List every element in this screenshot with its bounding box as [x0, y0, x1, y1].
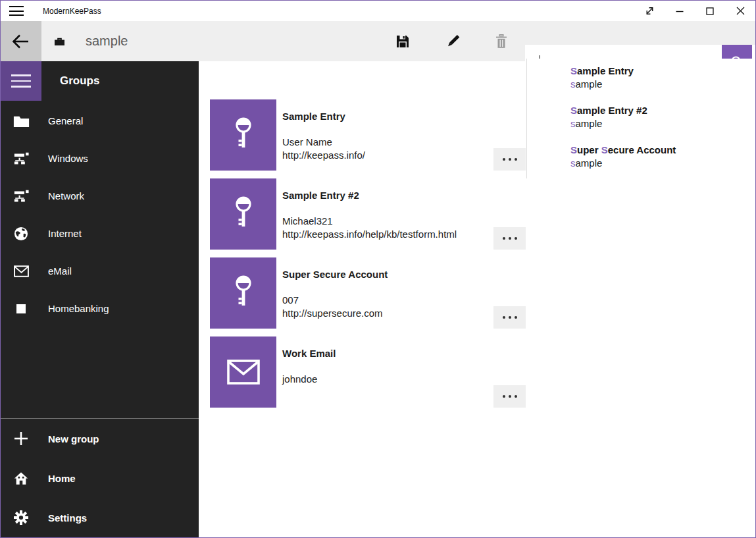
sidebar-item-general[interactable]: General	[1, 102, 199, 140]
network-icon	[13, 152, 30, 165]
edit-pencil-icon	[445, 34, 460, 49]
entry-more-button[interactable]	[493, 148, 526, 171]
key-icon	[229, 275, 258, 311]
trash-icon	[494, 34, 509, 49]
entry-username: 007	[282, 294, 388, 307]
delete-button[interactable]	[486, 21, 517, 61]
group-list: General Windows Network Internet	[1, 102, 199, 327]
sidebar-footer: New group Home Settings	[1, 418, 199, 537]
close-button[interactable]	[725, 1, 755, 21]
suggestion-title: Super Secure Account	[570, 144, 756, 157]
app-title: ModernKeePass	[43, 7, 101, 16]
minimize-button[interactable]	[665, 1, 695, 21]
entry-row: Sample Entry #2 Michael321 http://keepas…	[210, 178, 526, 250]
entry-more-button[interactable]	[493, 385, 526, 408]
database-icon	[54, 21, 65, 61]
entry-text: Sample Entry #2 Michael321 http://keepas…	[282, 178, 457, 241]
back-button[interactable]	[1, 21, 41, 61]
sidebar: Groups General Windows Network	[1, 61, 199, 537]
minimize-icon	[676, 7, 684, 15]
network-icon	[13, 190, 30, 203]
sidebar-item-network[interactable]: Network	[1, 177, 199, 215]
entry-url: http://supersecure.com	[282, 307, 388, 320]
maximize-button[interactable]	[695, 1, 725, 21]
entry-tile[interactable]	[210, 257, 276, 329]
home-icon	[13, 471, 30, 485]
gear-icon	[13, 510, 30, 525]
plus-icon	[13, 431, 30, 446]
entry-tile[interactable]	[210, 178, 276, 250]
suggestion-subtitle: sample	[570, 117, 756, 130]
sidebar-heading: Groups	[60, 61, 99, 101]
sidebar-item-homebanking[interactable]: Homebanking	[1, 290, 199, 327]
suggestion-title: Sample Entry #2	[570, 104, 756, 117]
key-icon	[229, 196, 258, 232]
entry-row: Work Email johndoe	[210, 336, 526, 408]
entry-title: Sample Entry	[282, 110, 365, 123]
suggestion-subtitle: sample	[570, 157, 756, 170]
suggestion-subtitle: sample	[570, 78, 756, 91]
key-icon	[229, 117, 258, 153]
entry-tile[interactable]	[210, 336, 276, 408]
edit-button[interactable]	[437, 21, 468, 61]
mail-icon	[13, 265, 30, 277]
window-controls	[634, 1, 755, 21]
current-group-title: sample	[86, 21, 128, 61]
entry-username: User Name	[282, 136, 365, 149]
entry-text: Sample Entry User Name http://keepass.in…	[282, 99, 365, 162]
save-button[interactable]	[387, 21, 418, 61]
fullscreen-button[interactable]	[634, 1, 665, 21]
close-icon	[736, 7, 745, 15]
save-icon	[395, 34, 410, 49]
titlebar-hamburger-icon[interactable]	[9, 6, 24, 16]
square-icon	[13, 304, 30, 313]
sidebar-item-windows[interactable]: Windows	[1, 140, 199, 177]
sidebar-item-settings[interactable]: Settings	[1, 498, 199, 537]
maximize-icon	[706, 7, 714, 15]
suggestion-item[interactable]: Sample Entry sample	[527, 62, 756, 101]
back-arrow-icon	[11, 32, 32, 51]
search-suggestions-dropdown: Sample Entry sample Sample Entry #2 samp…	[526, 59, 756, 178]
entry-username: Michael321	[282, 215, 457, 228]
entry-text: Super Secure Account 007 http://supersec…	[282, 257, 388, 320]
entry-more-button[interactable]	[493, 306, 526, 329]
fullscreen-icon	[644, 5, 655, 16]
mail-icon	[227, 360, 260, 385]
sidebar-item-home[interactable]: Home	[1, 458, 199, 498]
entry-row: Super Secure Account 007 http://supersec…	[210, 257, 526, 329]
sidebar-item-email[interactable]: eMail	[1, 252, 199, 290]
sidebar-item-internet[interactable]: Internet	[1, 215, 199, 252]
suggestion-title: Sample Entry	[570, 65, 756, 78]
entry-title: Work Email	[282, 347, 336, 360]
entry-url: http://keepass.info/help/kb/testform.htm…	[282, 228, 457, 241]
app-window: ModernKeePass sample	[0, 0, 756, 538]
entry-more-button[interactable]	[493, 227, 526, 250]
entry-title: Super Secure Account	[282, 268, 388, 281]
entry-url: http://keepass.info/	[282, 149, 365, 162]
entry-tile[interactable]	[210, 99, 276, 171]
entry-text: Work Email johndoe	[282, 336, 336, 386]
suggestion-item[interactable]: Super Secure Account sample	[527, 141, 756, 180]
sidebar-item-new-group[interactable]: New group	[1, 419, 199, 458]
entry-title: Sample Entry #2	[282, 189, 457, 202]
entry-username: johndoe	[282, 373, 336, 386]
command-bar: sample s	[1, 21, 755, 61]
title-bar: ModernKeePass	[1, 1, 755, 21]
folder-icon	[13, 115, 30, 128]
entry-row: Sample Entry User Name http://keepass.in…	[210, 99, 526, 171]
sidebar-hamburger-button[interactable]	[1, 61, 41, 101]
suggestion-item[interactable]: Sample Entry #2 sample	[527, 101, 756, 141]
globe-icon	[13, 227, 30, 241]
